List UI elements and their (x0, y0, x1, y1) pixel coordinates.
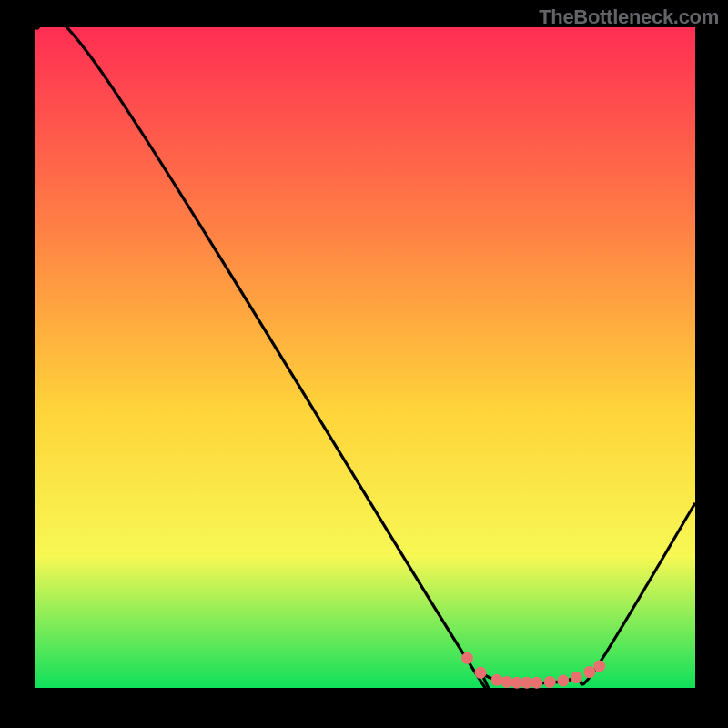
highlight-dot (571, 672, 582, 683)
gradient-background (35, 27, 695, 688)
chart-container: TheBottleneck.com (0, 0, 728, 728)
highlight-dot (491, 674, 503, 686)
highlight-dot (461, 652, 473, 664)
highlight-dot (531, 677, 542, 689)
highlight-dot (544, 676, 556, 688)
highlight-dot (593, 661, 605, 672)
chart-svg (35, 27, 695, 688)
plot-area (35, 27, 695, 688)
watermark-text: TheBottleneck.com (539, 5, 719, 29)
highlight-dot (475, 667, 487, 679)
highlight-dot (557, 675, 569, 687)
highlight-dot (583, 666, 595, 678)
